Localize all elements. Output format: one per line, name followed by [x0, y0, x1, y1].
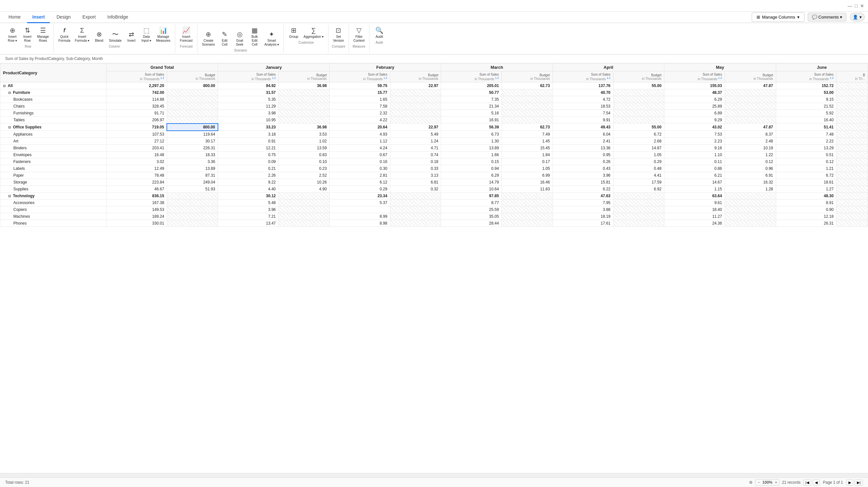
- data-cell[interactable]: [613, 199, 664, 206]
- data-cell[interactable]: 205.01: [441, 83, 502, 89]
- smart-analysis-button[interactable]: ✦ SmartAnalysis ▾: [262, 29, 281, 48]
- data-cell[interactable]: 3.96: [553, 172, 613, 179]
- data-cell[interactable]: 11.83: [502, 185, 553, 192]
- data-cell[interactable]: [502, 220, 553, 226]
- data-cell[interactable]: 25.89: [664, 103, 725, 110]
- manage-measures-button[interactable]: 📊 ManageMeasures: [154, 25, 173, 44]
- data-cell[interactable]: [725, 117, 776, 124]
- data-cell[interactable]: 13.89: [441, 144, 502, 151]
- data-cell[interactable]: 0.15: [441, 158, 502, 165]
- data-cell[interactable]: 1.27: [776, 185, 836, 192]
- data-cell[interactable]: 2.22: [776, 138, 836, 144]
- data-cell[interactable]: 23.34: [330, 192, 390, 199]
- data-cell[interactable]: 3.02: [106, 158, 167, 165]
- data-cell[interactable]: 0.33: [390, 165, 441, 172]
- data-cell[interactable]: 1.24: [390, 138, 441, 144]
- data-cell[interactable]: [279, 110, 330, 117]
- data-cell[interactable]: 6.99: [502, 172, 553, 179]
- data-cell[interactable]: 62.73: [502, 83, 553, 89]
- goal-seek-button[interactable]: ◎ GoalSeek: [232, 29, 247, 48]
- data-cell[interactable]: 1.28: [725, 185, 776, 192]
- data-cell[interactable]: 137.76: [553, 83, 613, 89]
- data-cell[interactable]: 16.46: [502, 179, 553, 185]
- data-cell[interactable]: 9.29: [664, 117, 725, 124]
- data-cell[interactable]: 24.36: [664, 220, 725, 226]
- data-cell[interactable]: [502, 117, 553, 124]
- data-cell[interactable]: 14.79: [441, 179, 502, 185]
- data-cell[interactable]: 5.48: [218, 199, 279, 206]
- data-cell[interactable]: 59.75: [330, 83, 390, 89]
- data-cell[interactable]: 16.40: [776, 117, 836, 124]
- data-cell[interactable]: 5.16: [441, 110, 502, 117]
- data-cell[interactable]: [279, 103, 330, 110]
- data-cell[interactable]: 8.91: [776, 199, 836, 206]
- data-cell[interactable]: 6.12: [330, 179, 390, 185]
- data-cell[interactable]: 0.95: [553, 151, 613, 158]
- data-cell[interactable]: [167, 220, 218, 226]
- data-cell[interactable]: [836, 192, 868, 199]
- data-cell[interactable]: 7.21: [218, 213, 279, 220]
- data-cell[interactable]: [390, 199, 441, 206]
- data-cell[interactable]: [390, 192, 441, 199]
- data-cell[interactable]: [725, 96, 776, 103]
- data-cell[interactable]: 5.37: [330, 199, 390, 206]
- data-cell[interactable]: 47.87: [725, 124, 776, 131]
- data-cell[interactable]: [390, 89, 441, 96]
- data-cell[interactable]: 0.43: [553, 165, 613, 172]
- data-cell[interactable]: 17.59: [613, 179, 664, 185]
- data-cell[interactable]: [613, 213, 664, 220]
- data-cell[interactable]: 226.31: [167, 144, 218, 151]
- audit-button[interactable]: 🔍 Audit: [372, 25, 386, 40]
- data-cell[interactable]: 6.04: [553, 131, 613, 138]
- data-cell[interactable]: 6.21: [664, 172, 725, 179]
- data-cell[interactable]: [725, 206, 776, 213]
- data-cell[interactable]: 14.67: [664, 179, 725, 185]
- maximize-icon[interactable]: □: [855, 3, 858, 8]
- data-cell[interactable]: [167, 192, 218, 199]
- quick-formula-button[interactable]: f QuickFormula: [56, 26, 72, 44]
- data-cell[interactable]: 6.73: [441, 131, 502, 138]
- data-cell[interactable]: 6.89: [664, 110, 725, 117]
- data-cell[interactable]: [725, 192, 776, 199]
- data-cell[interactable]: 30.17: [167, 138, 218, 144]
- data-cell[interactable]: 800.00: [167, 83, 218, 89]
- data-cell[interactable]: 9.16: [664, 144, 725, 151]
- data-cell[interactable]: [836, 124, 868, 131]
- data-cell[interactable]: 14.87: [613, 144, 664, 151]
- data-cell[interactable]: 15.45: [502, 144, 553, 151]
- data-cell[interactable]: 1.65: [330, 96, 390, 103]
- settings-icon[interactable]: ⚙: [749, 480, 753, 485]
- page-first-button[interactable]: |◀: [803, 480, 811, 486]
- data-cell[interactable]: 3.13: [390, 172, 441, 179]
- data-cell[interactable]: [725, 213, 776, 220]
- data-cell[interactable]: [390, 117, 441, 124]
- data-cell[interactable]: 0.11: [664, 158, 725, 165]
- data-cell[interactable]: [836, 220, 868, 226]
- data-cell[interactable]: 107.53: [106, 131, 167, 138]
- data-cell[interactable]: 13.47: [218, 220, 279, 226]
- data-cell[interactable]: [836, 151, 868, 158]
- data-cell[interactable]: 4.41: [613, 172, 664, 179]
- tab-insert[interactable]: Insert: [27, 12, 50, 23]
- data-cell[interactable]: 0.26: [553, 158, 613, 165]
- data-cell[interactable]: [836, 144, 868, 151]
- data-cell[interactable]: 0.90: [776, 206, 836, 213]
- data-cell[interactable]: 50.77: [441, 89, 502, 96]
- table-container[interactable]: ProductCategory Grand Total January Febr…: [0, 63, 868, 473]
- data-cell[interactable]: [279, 213, 330, 220]
- data-cell[interactable]: [167, 89, 218, 96]
- data-cell[interactable]: 152.72: [776, 83, 836, 89]
- data-cell[interactable]: 4.72: [553, 96, 613, 103]
- data-cell[interactable]: 330.01: [106, 220, 167, 226]
- data-cell[interactable]: 21.34: [441, 103, 502, 110]
- data-cell[interactable]: 742.00: [106, 89, 167, 96]
- data-cell[interactable]: 22.97: [390, 124, 441, 131]
- data-cell[interactable]: 1.30: [441, 138, 502, 144]
- data-cell[interactable]: 5.35: [218, 96, 279, 103]
- data-cell[interactable]: 30.12: [218, 192, 279, 199]
- data-cell[interactable]: [836, 172, 868, 179]
- page-last-button[interactable]: ▶|: [855, 480, 863, 486]
- data-cell[interactable]: [390, 103, 441, 110]
- data-cell[interactable]: [836, 179, 868, 185]
- data-cell[interactable]: [390, 213, 441, 220]
